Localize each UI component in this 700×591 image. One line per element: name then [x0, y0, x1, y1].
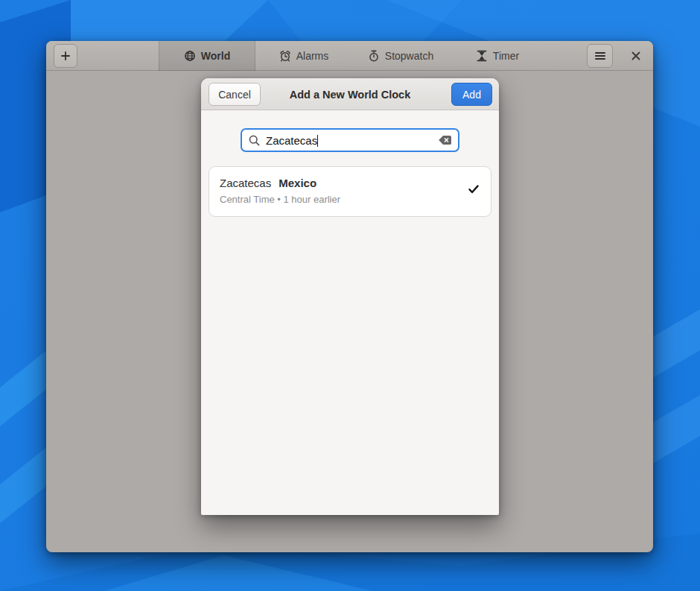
headerbar: World Alarms — [46, 41, 653, 71]
tab-world-label: World — [201, 50, 230, 62]
location-search-input[interactable]: Zacatecas — [241, 128, 459, 152]
plus-icon — [60, 51, 71, 61]
result-detail: Central Time • 1 hour earlier — [220, 194, 479, 205]
result-country: Mexico — [279, 177, 316, 189]
backspace-clear-icon[interactable] — [438, 135, 452, 145]
tab-timer-label: Timer — [493, 50, 519, 62]
text-caret — [317, 135, 318, 147]
tab-alarms-label: Alarms — [296, 50, 329, 62]
checkmark-icon — [468, 185, 479, 194]
window-close-button[interactable] — [624, 44, 648, 68]
result-city: Zacatecas — [220, 177, 271, 189]
stopwatch-icon — [368, 50, 380, 62]
globe-icon — [184, 50, 196, 62]
cancel-button[interactable]: Cancel — [209, 83, 261, 106]
tab-stopwatch-label: Stopwatch — [385, 50, 433, 62]
new-clock-button[interactable] — [54, 44, 77, 68]
list-item[interactable]: ZacatecasMexico Central Time • 1 hour ea… — [220, 177, 479, 205]
desktop: World Alarms — [0, 0, 700, 591]
tab-world[interactable]: World — [159, 41, 255, 71]
add-world-clock-dialog: Add a New World Clock Cancel Add Zacatec… — [201, 78, 499, 515]
hourglass-icon — [476, 50, 488, 62]
search-input-value: Zacatecas — [266, 134, 438, 147]
close-x-icon — [631, 51, 640, 60]
alarm-clock-icon — [279, 50, 291, 62]
search-results-list: ZacatecasMexico Central Time • 1 hour ea… — [209, 166, 491, 217]
view-switcher: World Alarms — [159, 41, 546, 71]
dialog-header: Add a New World Clock Cancel Add — [201, 78, 499, 110]
tab-stopwatch[interactable]: Stopwatch — [352, 41, 449, 71]
result-title: ZacatecasMexico — [220, 177, 479, 189]
add-button[interactable]: Add — [451, 83, 492, 106]
tab-alarms[interactable]: Alarms — [255, 41, 352, 71]
primary-menu-button[interactable] — [587, 44, 613, 68]
magnifier-icon — [248, 134, 261, 147]
hamburger-menu-icon — [595, 51, 605, 60]
tab-timer[interactable]: Timer — [449, 41, 546, 71]
